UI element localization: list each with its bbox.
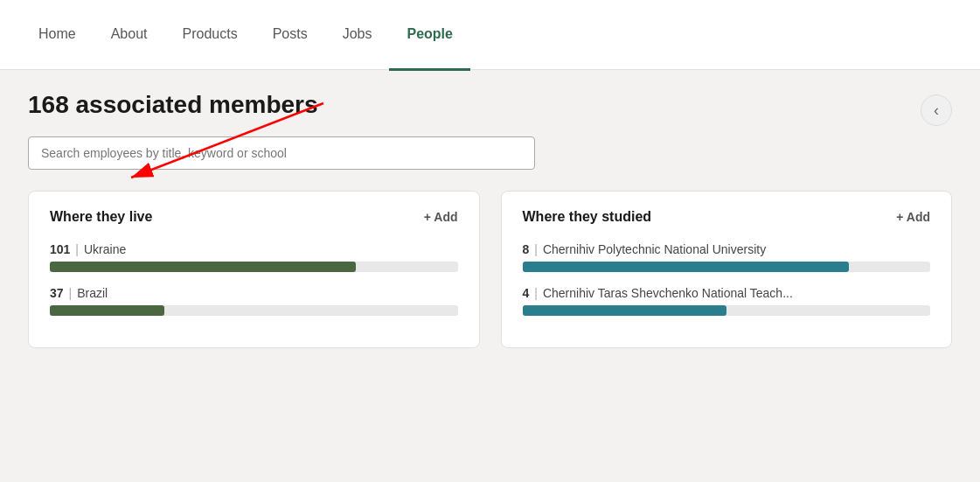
back-button[interactable]: ‹ (921, 94, 952, 126)
card-0-item-1: 37|Brazil (50, 286, 458, 316)
cards-row: Where they live+ Add101|Ukraine37|Brazil… (28, 191, 952, 348)
card-0-item-0-label: 101|Ukraine (50, 242, 458, 256)
card-1-item-0-bar-bg (523, 262, 931, 272)
card-0-item-1-label: 37|Brazil (50, 286, 458, 300)
card-1: Where they studied+ Add8|Chernihiv Polyt… (501, 191, 953, 348)
card-1-item-1: 4|Chernihiv Taras Shevchenko National Te… (523, 286, 931, 316)
card-0: Where they live+ Add101|Ukraine37|Brazil (28, 191, 480, 348)
search-input[interactable] (28, 136, 535, 170)
main-content: 168 associated members Where they live+ … (0, 70, 980, 369)
card-0-item-0: 101|Ukraine (50, 242, 458, 272)
card-1-item-1-bar-bg (523, 305, 931, 316)
nav-jobs[interactable]: Jobs (325, 1, 390, 71)
card-1-item-1-label: 4|Chernihiv Taras Shevchenko National Te… (523, 286, 931, 300)
page-title: 168 associated members (28, 91, 952, 119)
nav-posts[interactable]: Posts (255, 1, 325, 71)
nav-products[interactable]: Products (165, 1, 255, 71)
card-1-add-button[interactable]: + Add (896, 210, 930, 224)
card-1-item-0-bar-fill (523, 262, 849, 272)
card-0-item-1-bar-fill (50, 305, 164, 316)
card-0-title: Where they live (50, 209, 152, 225)
card-1-item-1-bar-fill (523, 305, 726, 316)
card-1-item-0-label: 8|Chernihiv Polytechnic National Univers… (523, 242, 931, 256)
card-0-header: Where they live+ Add (50, 209, 458, 225)
card-1-header: Where they studied+ Add (523, 209, 931, 225)
card-0-add-button[interactable]: + Add (424, 210, 458, 224)
nav-about[interactable]: About (94, 1, 165, 71)
card-1-item-0: 8|Chernihiv Polytechnic National Univers… (523, 242, 931, 272)
nav-home[interactable]: Home (21, 1, 94, 71)
card-0-item-0-bar-fill (50, 262, 356, 272)
card-1-title: Where they studied (523, 209, 652, 225)
nav-bar: Home About Products Posts Jobs People (0, 0, 980, 70)
card-0-item-0-bar-bg (50, 262, 458, 272)
nav-people[interactable]: People (389, 1, 469, 71)
card-0-item-1-bar-bg (50, 305, 458, 316)
